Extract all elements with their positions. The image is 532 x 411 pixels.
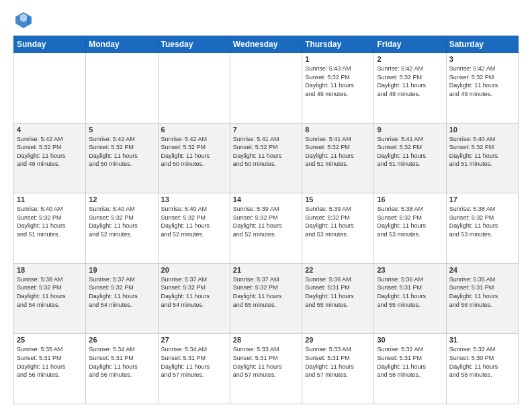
day-info: Sunrise: 5:36 AM Sunset: 5:31 PM Dayligh… <box>377 275 443 309</box>
day-info: Sunrise: 5:37 AM Sunset: 5:32 PM Dayligh… <box>233 275 299 309</box>
calendar-cell: 20Sunrise: 5:37 AM Sunset: 5:32 PM Dayli… <box>158 263 230 334</box>
day-number: 27 <box>161 336 227 344</box>
calendar-header-row: SundayMondayTuesdayWednesdayThursdayFrid… <box>14 36 519 53</box>
calendar-cell: 1Sunrise: 5:43 AM Sunset: 5:32 PM Daylig… <box>302 53 374 124</box>
day-number: 22 <box>305 266 371 274</box>
calendar-cell: 7Sunrise: 5:41 AM Sunset: 5:32 PM Daylig… <box>230 123 302 193</box>
calendar-week-row: 1Sunrise: 5:43 AM Sunset: 5:32 PM Daylig… <box>14 53 519 124</box>
calendar-day-header: Thursday <box>302 36 374 53</box>
calendar-cell: 29Sunrise: 5:33 AM Sunset: 5:31 PM Dayli… <box>302 334 374 404</box>
calendar-cell: 28Sunrise: 5:33 AM Sunset: 5:31 PM Dayli… <box>230 334 302 404</box>
calendar-cell: 6Sunrise: 5:42 AM Sunset: 5:32 PM Daylig… <box>158 123 230 193</box>
logo <box>13 10 36 30</box>
calendar-day-header: Sunday <box>14 36 86 53</box>
day-number: 19 <box>89 266 154 274</box>
calendar-cell: 30Sunrise: 5:32 AM Sunset: 5:31 PM Dayli… <box>374 334 446 404</box>
day-number: 28 <box>233 336 299 344</box>
calendar-cell: 15Sunrise: 5:39 AM Sunset: 5:32 PM Dayli… <box>302 193 374 264</box>
calendar-day-header: Wednesday <box>230 36 302 53</box>
day-info: Sunrise: 5:39 AM Sunset: 5:32 PM Dayligh… <box>233 205 299 238</box>
day-info: Sunrise: 5:33 AM Sunset: 5:31 PM Dayligh… <box>305 345 371 379</box>
day-number: 1 <box>305 55 371 63</box>
day-number: 26 <box>89 336 154 344</box>
day-info: Sunrise: 5:41 AM Sunset: 5:32 PM Dayligh… <box>233 135 299 169</box>
day-info: Sunrise: 5:34 AM Sunset: 5:31 PM Dayligh… <box>89 345 154 379</box>
calendar-cell <box>14 53 86 124</box>
day-info: Sunrise: 5:35 AM Sunset: 5:31 PM Dayligh… <box>449 275 515 309</box>
day-info: Sunrise: 5:34 AM Sunset: 5:31 PM Dayligh… <box>161 345 227 379</box>
calendar-cell: 12Sunrise: 5:40 AM Sunset: 5:32 PM Dayli… <box>86 193 158 264</box>
day-info: Sunrise: 5:33 AM Sunset: 5:31 PM Dayligh… <box>233 345 299 379</box>
day-info: Sunrise: 5:42 AM Sunset: 5:32 PM Dayligh… <box>377 64 443 98</box>
calendar-cell: 8Sunrise: 5:41 AM Sunset: 5:32 PM Daylig… <box>302 123 374 193</box>
calendar-week-row: 18Sunrise: 5:38 AM Sunset: 5:32 PM Dayli… <box>14 263 519 334</box>
day-number: 17 <box>449 195 515 203</box>
calendar-cell: 11Sunrise: 5:40 AM Sunset: 5:32 PM Dayli… <box>14 193 86 264</box>
calendar-cell: 22Sunrise: 5:36 AM Sunset: 5:31 PM Dayli… <box>302 263 374 334</box>
day-info: Sunrise: 5:42 AM Sunset: 5:32 PM Dayligh… <box>449 64 515 98</box>
day-number: 6 <box>161 126 227 134</box>
day-info: Sunrise: 5:40 AM Sunset: 5:32 PM Dayligh… <box>89 205 154 238</box>
calendar-cell <box>230 53 302 124</box>
header <box>13 10 519 30</box>
day-info: Sunrise: 5:40 AM Sunset: 5:32 PM Dayligh… <box>449 135 515 169</box>
day-info: Sunrise: 5:41 AM Sunset: 5:32 PM Dayligh… <box>305 135 371 169</box>
day-info: Sunrise: 5:37 AM Sunset: 5:32 PM Dayligh… <box>89 275 154 309</box>
day-info: Sunrise: 5:38 AM Sunset: 5:32 PM Dayligh… <box>449 205 515 238</box>
day-info: Sunrise: 5:40 AM Sunset: 5:32 PM Dayligh… <box>161 205 227 238</box>
calendar-cell: 31Sunrise: 5:32 AM Sunset: 5:30 PM Dayli… <box>446 334 518 404</box>
day-number: 20 <box>161 266 227 274</box>
logo-icon <box>13 10 34 30</box>
day-info: Sunrise: 5:41 AM Sunset: 5:32 PM Dayligh… <box>377 135 443 169</box>
calendar-cell: 5Sunrise: 5:42 AM Sunset: 5:32 PM Daylig… <box>86 123 158 193</box>
calendar-cell: 3Sunrise: 5:42 AM Sunset: 5:32 PM Daylig… <box>446 53 518 124</box>
calendar-page: SundayMondayTuesdayWednesdayThursdayFrid… <box>0 0 532 411</box>
calendar-cell: 23Sunrise: 5:36 AM Sunset: 5:31 PM Dayli… <box>374 263 446 334</box>
calendar-cell: 16Sunrise: 5:38 AM Sunset: 5:32 PM Dayli… <box>374 193 446 264</box>
day-number: 8 <box>305 126 371 134</box>
day-number: 23 <box>377 266 443 274</box>
day-number: 13 <box>161 195 227 203</box>
day-number: 30 <box>377 336 443 344</box>
calendar-cell: 14Sunrise: 5:39 AM Sunset: 5:32 PM Dayli… <box>230 193 302 264</box>
calendar-cell: 4Sunrise: 5:42 AM Sunset: 5:32 PM Daylig… <box>14 123 86 193</box>
calendar-table: SundayMondayTuesdayWednesdayThursdayFrid… <box>13 36 519 404</box>
day-number: 14 <box>233 195 299 203</box>
calendar-day-header: Monday <box>86 36 158 53</box>
day-info: Sunrise: 5:42 AM Sunset: 5:32 PM Dayligh… <box>89 135 154 169</box>
calendar-cell: 27Sunrise: 5:34 AM Sunset: 5:31 PM Dayli… <box>158 334 230 404</box>
calendar-cell: 25Sunrise: 5:35 AM Sunset: 5:31 PM Dayli… <box>14 334 86 404</box>
day-number: 31 <box>449 336 515 344</box>
day-number: 10 <box>449 126 515 134</box>
day-number: 3 <box>449 55 515 63</box>
day-number: 21 <box>233 266 299 274</box>
day-info: Sunrise: 5:43 AM Sunset: 5:32 PM Dayligh… <box>305 64 371 98</box>
calendar-cell <box>158 53 230 124</box>
day-info: Sunrise: 5:36 AM Sunset: 5:31 PM Dayligh… <box>305 275 371 309</box>
calendar-week-row: 25Sunrise: 5:35 AM Sunset: 5:31 PM Dayli… <box>14 334 519 404</box>
calendar-week-row: 11Sunrise: 5:40 AM Sunset: 5:32 PM Dayli… <box>14 193 519 264</box>
day-info: Sunrise: 5:37 AM Sunset: 5:32 PM Dayligh… <box>161 275 227 309</box>
day-number: 12 <box>89 195 154 203</box>
calendar-cell: 26Sunrise: 5:34 AM Sunset: 5:31 PM Dayli… <box>86 334 158 404</box>
day-number: 16 <box>377 195 443 203</box>
calendar-cell: 13Sunrise: 5:40 AM Sunset: 5:32 PM Dayli… <box>158 193 230 264</box>
calendar-cell: 10Sunrise: 5:40 AM Sunset: 5:32 PM Dayli… <box>446 123 518 193</box>
calendar-cell: 18Sunrise: 5:38 AM Sunset: 5:32 PM Dayli… <box>14 263 86 334</box>
day-info: Sunrise: 5:38 AM Sunset: 5:32 PM Dayligh… <box>17 275 83 309</box>
day-number: 18 <box>17 266 83 274</box>
day-info: Sunrise: 5:39 AM Sunset: 5:32 PM Dayligh… <box>305 205 371 238</box>
calendar-cell <box>86 53 158 124</box>
day-info: Sunrise: 5:38 AM Sunset: 5:32 PM Dayligh… <box>377 205 443 238</box>
calendar-cell: 17Sunrise: 5:38 AM Sunset: 5:32 PM Dayli… <box>446 193 518 264</box>
calendar-cell: 9Sunrise: 5:41 AM Sunset: 5:32 PM Daylig… <box>374 123 446 193</box>
day-info: Sunrise: 5:40 AM Sunset: 5:32 PM Dayligh… <box>17 205 83 238</box>
calendar-cell: 19Sunrise: 5:37 AM Sunset: 5:32 PM Dayli… <box>86 263 158 334</box>
day-info: Sunrise: 5:32 AM Sunset: 5:30 PM Dayligh… <box>449 345 515 379</box>
day-number: 4 <box>17 126 83 134</box>
calendar-cell: 21Sunrise: 5:37 AM Sunset: 5:32 PM Dayli… <box>230 263 302 334</box>
calendar-day-header: Friday <box>374 36 446 53</box>
calendar-week-row: 4Sunrise: 5:42 AM Sunset: 5:32 PM Daylig… <box>14 123 519 193</box>
calendar-cell: 24Sunrise: 5:35 AM Sunset: 5:31 PM Dayli… <box>446 263 518 334</box>
day-number: 24 <box>449 266 515 274</box>
